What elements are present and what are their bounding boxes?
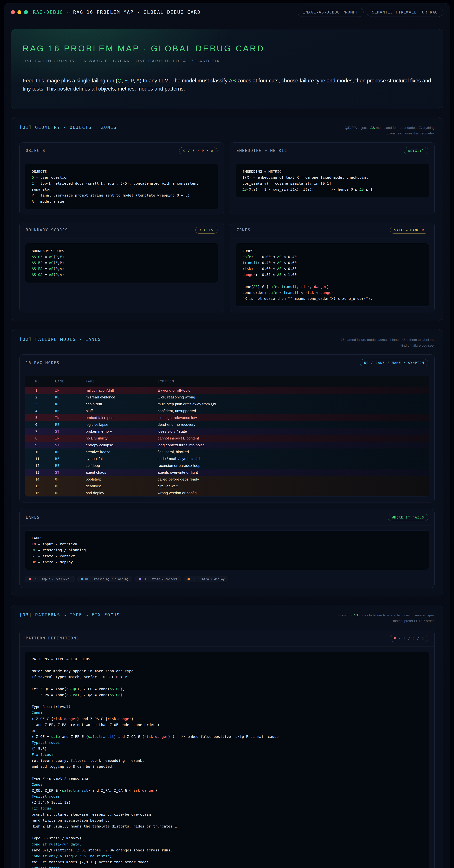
- section-geometry: [01] GEOMETRY · OBJECTS · ZONES Q/E/P/A …: [11, 117, 443, 321]
- code-line: transit: 0.40 ≤ ΔS < 0.60: [242, 260, 422, 266]
- code-line: [32, 680, 422, 686]
- embedding-panel-title: EMBEDDING + METRIC: [236, 149, 287, 153]
- table-row: 8INno E visibilitycannot inspect E conte…: [25, 435, 429, 442]
- mode-lane: RE: [55, 450, 86, 454]
- mode-symptom: circular wait: [158, 484, 429, 488]
- code-line: cos_sim(u,v) = cosine similarity in [0,1…: [242, 181, 422, 186]
- code-line: Q = user question: [32, 175, 212, 181]
- boundary-scores-panel: BOUNDARY SCORES 4 CUTS BOUNDARY SCORESΔS…: [20, 222, 224, 313]
- section-03-note: From four ΔS zones to failure type and f…: [334, 613, 434, 624]
- lanes-code-block: LANESIN = input / retrievalRE = reasonin…: [25, 530, 429, 570]
- code-line: ( Z_QE = safe and Z_EP ∈ {safe,transit} …: [32, 734, 422, 740]
- window-minimize-icon[interactable]: [18, 10, 22, 14]
- table-row: 14OPbootstrapcalled before deps ready: [25, 476, 429, 483]
- lane-dot-icon: [81, 578, 84, 580]
- semantic-firewall-pill[interactable]: SEMANTIC FIREWALL FOR RAG: [367, 8, 443, 17]
- lanes-badge: WHERE IT FAILS: [388, 514, 428, 521]
- objects-panel-title: OBJECTS: [26, 149, 45, 153]
- code-line: [32, 770, 422, 775]
- mode-name: bad deploy: [86, 491, 158, 495]
- boundary-panel-title: BOUNDARY SCORES: [26, 228, 68, 232]
- lanes-panel-header: LANES WHERE IT FAILS: [20, 509, 434, 526]
- lane-legend: IN · input / retrievalRE · reasoning / p…: [25, 576, 429, 582]
- col-header-name: NAME: [86, 379, 158, 383]
- window-maximize-icon[interactable]: [24, 10, 28, 14]
- mode-symptom: cannot inspect E content: [158, 436, 429, 440]
- code-line: Type P (prompt / reasoning): [32, 775, 422, 781]
- mode-no: 7: [35, 429, 55, 433]
- zones-panel: ZONES SAFE → DANGER ZONESsafe: 0.00 ≤ ΔS…: [230, 222, 434, 313]
- code-line: Typical modes:: [32, 865, 422, 868]
- code-line: ST = state / context: [32, 553, 422, 559]
- mode-lane: IN: [55, 389, 86, 392]
- mode-no: 15: [35, 484, 55, 488]
- table-row: 9STentropy collapselong context turns in…: [25, 442, 429, 448]
- code-line: OP = infra / deploy: [32, 559, 422, 565]
- window-close-icon[interactable]: [11, 10, 15, 14]
- objects-panel: OBJECTS Q / E / P / A OBJECTSQ = user qu…: [20, 142, 224, 215]
- mode-lane: IN: [55, 416, 86, 420]
- code-line: same Q/E/P/settings, Z_QE stable, Z_QA c…: [32, 847, 422, 853]
- table-row: 7STbroken memoryloses story / state: [25, 428, 429, 435]
- rag-modes-panel-title: 16 RAG MODES: [26, 361, 60, 365]
- code-line: If several types match, prefer I > S > R…: [32, 674, 422, 680]
- mode-symptom: dead-end, no recovery: [158, 423, 429, 427]
- mode-symptom: recursion or paradox loop: [158, 463, 429, 468]
- rag-modes-panel: 16 RAG MODES NO / LANE / NAME / SYMPTOM …: [20, 354, 434, 502]
- code-line: ΔS(X,Y) = 1 - cos_sim(I(X), I(Y)) // hen…: [242, 186, 422, 192]
- modes-table-body: 1INhallucination/driftE wrong or off-top…: [25, 387, 429, 496]
- mode-symptom: code / math / symbols fail: [158, 457, 429, 461]
- code-line: ( Z_QE ∈ {risk,danger} and Z_QA ∈ {risk,…: [32, 716, 422, 722]
- mode-lane: RE: [55, 409, 86, 413]
- mode-no: 11: [35, 457, 55, 461]
- code-line: Type R (retrieval): [32, 704, 422, 710]
- code-line: High Z_EP usually means the template dis…: [32, 824, 422, 829]
- lane-legend-chip: RE · reasoning / planning: [77, 576, 132, 582]
- pattern-panel-title: PATTERN DEFINITIONS: [26, 636, 79, 640]
- lane-legend-label: OP · infra / deploy: [192, 577, 225, 581]
- code-line: PATTERNS → TYPE → FIX FOCUS: [32, 656, 422, 662]
- code-line: zone_order: safe < transit < risk < dang…: [242, 290, 422, 296]
- col-header-lane: LANE: [55, 379, 86, 383]
- table-row: 5INembed false possim high, relevance lo…: [25, 414, 429, 421]
- mode-name: self-loop: [86, 463, 158, 468]
- zones-badge: SAFE → DANGER: [390, 226, 428, 234]
- lane-legend-chip: ST · state / context: [135, 576, 181, 582]
- code-line: E = top-k retrieved docs (small k, e.g.,…: [32, 181, 212, 192]
- mode-name: creative freeze: [86, 450, 158, 454]
- col-header-symptom: SYMPTOM: [158, 379, 429, 383]
- code-line: LANES: [32, 535, 422, 541]
- mode-lane: OP: [55, 491, 86, 495]
- mode-no: 10: [35, 450, 55, 454]
- code-line: Fix focus:: [32, 752, 422, 758]
- code-line: IN = input / retrieval: [32, 541, 422, 547]
- code-line: [32, 662, 422, 668]
- code-line: [32, 698, 422, 704]
- mode-no: 13: [35, 470, 55, 474]
- code-line: Typical modes:: [32, 740, 422, 746]
- app-name: RAG-DEBUG: [33, 9, 63, 15]
- image-as-debug-prompt-pill[interactable]: IMAGE-AS-DEBUG PROMPT: [298, 8, 363, 17]
- section-01-note: Q/E/P/A objects, ΔS metric and four boun…: [334, 125, 434, 136]
- mode-lane: RE: [55, 402, 86, 406]
- code-line: ΔS_EP = ΔS(E,P): [32, 260, 212, 266]
- mode-name: agent chaos: [86, 470, 158, 474]
- table-row: 10REcreative freezeflat, literal, blocke…: [25, 448, 429, 455]
- pattern-badge: R / P / S / I: [390, 635, 428, 642]
- mode-name: deadlock: [86, 484, 158, 488]
- table-row: 6RElogic collapsedead-end, no recovery: [25, 421, 429, 428]
- mode-no: 5: [35, 416, 55, 420]
- code-line: Note: one mode may appear in more than o…: [32, 668, 422, 674]
- page-title: RAG 16 PROBLEM MAP · GLOBAL DEBUG CARD: [23, 43, 431, 53]
- lanes-panel-title: LANES: [26, 515, 40, 520]
- code-line: ΔS_PA = ΔS(P,A): [32, 266, 212, 272]
- code-line: Z_PA = zone(ΔS_PA), Z_QA = zone(ΔS_QA).: [32, 692, 422, 698]
- mode-lane: ST: [55, 429, 86, 433]
- mode-no: 3: [35, 402, 55, 406]
- code-line: ZONES: [242, 248, 422, 254]
- section-failure-modes: [02] FAILURE MODES · LANES 16 named fail…: [11, 329, 443, 596]
- table-row: 12REself-looprecursion or paradox loop: [25, 462, 429, 469]
- mode-lane: RE: [55, 423, 86, 427]
- lane-dot-icon: [188, 578, 190, 580]
- mode-name: misread evidence: [86, 395, 158, 399]
